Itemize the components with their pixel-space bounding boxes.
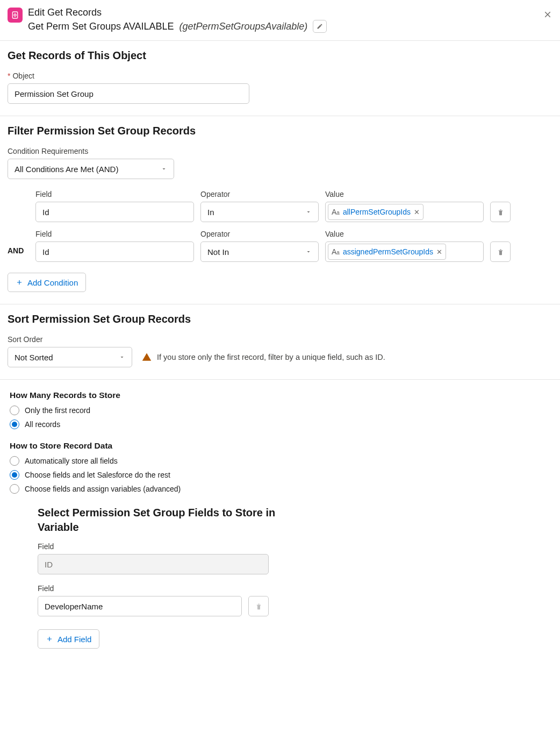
svg-rect-0 [12,12,17,18]
value-token[interactable]: Aa assignedPermSetGroupIds ✕ [328,244,446,260]
col-field-label: Field [35,190,194,198]
modal-title: Edit Get Records [28,6,551,19]
remove-token-icon[interactable]: ✕ [436,248,442,256]
delete-condition-button[interactable] [490,241,511,262]
add-condition-button[interactable]: Add Condition [8,273,86,292]
add-field-button[interactable]: Add Field [38,629,99,649]
condition-value-input[interactable]: Aa allPermSetGroupIds ✕ [325,202,484,222]
delete-field-button[interactable] [248,596,269,616]
and-label: AND [8,237,29,255]
radio-icon [10,456,19,466]
condition-row: AND Field Id Operator Not In Value Aa as… [8,230,552,262]
select-fields-title: Select Permission Set Group Fields to St… [38,506,311,535]
chevron-down-icon [161,166,167,172]
chevron-down-icon [119,354,125,360]
section-object-title: Get Records of This Object [8,49,552,62]
section-sort: Sort Permission Set Group Records Sort O… [0,304,560,380]
element-api-name: (getPermSetGroupsAvailable) [179,20,307,33]
store-field-input[interactable]: DeveloperName [38,596,242,616]
radio-choose-fields[interactable]: Choose fields and let Salesforce do the … [10,470,552,480]
store-field-input-id: ID [38,554,269,574]
edit-name-button[interactable] [313,20,327,33]
condition-requirements-label: Condition Requirements [8,147,552,155]
col-value-label: Value [325,230,484,238]
radio-choose-assign[interactable]: Choose fields and assign variables (adva… [10,484,552,494]
col-field-label: Field [35,230,194,238]
condition-operator-select[interactable]: Not In [200,241,319,262]
plus-icon [46,635,53,643]
how-store-title: How to Store Record Data [10,441,552,451]
sort-warning: If you store only the first record, filt… [142,352,385,362]
object-label: Object [8,72,552,80]
chevron-down-icon [305,209,312,215]
value-token[interactable]: Aa allPermSetGroupIds ✕ [328,204,423,220]
col-value-label: Value [325,190,484,198]
delete-condition-button[interactable] [490,202,511,222]
sort-order-label: Sort Order [8,335,552,344]
radio-icon [10,406,19,415]
radio-icon [10,420,19,429]
sort-order-select[interactable]: Not Sorted [8,347,132,367]
plus-icon [16,279,23,286]
how-many-radio-group: Only the first record All records [10,406,552,429]
store-field-label: Field [38,542,311,551]
svg-point-1 [14,14,16,16]
section-filter: Filter Permission Set Group Records Cond… [0,116,560,304]
condition-requirements-select[interactable]: All Conditions Are Met (AND) [8,159,174,179]
text-type-icon: Aa [332,208,340,216]
store-field-label: Field [38,584,311,593]
close-icon[interactable] [543,10,552,19]
section-filter-title: Filter Permission Set Group Records [8,125,552,137]
object-input[interactable]: Permission Set Group [8,83,249,104]
condition-field-input[interactable]: Id [35,241,194,262]
radio-auto-store[interactable]: Automatically store all fields [10,456,552,466]
how-store-radio-group: Automatically store all fields Choose fi… [10,456,552,494]
section-store: How Many Records to Store Only the first… [0,380,560,665]
section-sort-title: Sort Permission Set Group Records [8,313,552,325]
section-object: Get Records of This Object Object Permis… [0,41,560,116]
col-operator-label: Operator [200,190,319,198]
chevron-down-icon [305,248,312,255]
remove-token-icon[interactable]: ✕ [414,208,420,216]
warning-icon [142,352,152,362]
col-operator-label: Operator [200,230,319,238]
text-type-icon: Aa [332,247,340,256]
condition-operator-select[interactable]: In [200,202,319,222]
element-name: Get Perm Set Groups AVAILABLE [28,20,174,33]
radio-icon [10,484,19,494]
radio-all-records[interactable]: All records [10,420,552,429]
modal-header: Edit Get Records Get Perm Set Groups AVA… [0,0,560,41]
how-many-title: How Many Records to Store [10,390,552,400]
condition-value-input[interactable]: Aa assignedPermSetGroupIds ✕ [325,241,484,262]
condition-row: Field Id Operator In Value Aa allPermSet… [8,190,552,222]
get-records-icon [8,8,23,23]
radio-only-first[interactable]: Only the first record [10,406,552,415]
condition-field-input[interactable]: Id [35,202,194,222]
radio-icon [10,470,19,480]
